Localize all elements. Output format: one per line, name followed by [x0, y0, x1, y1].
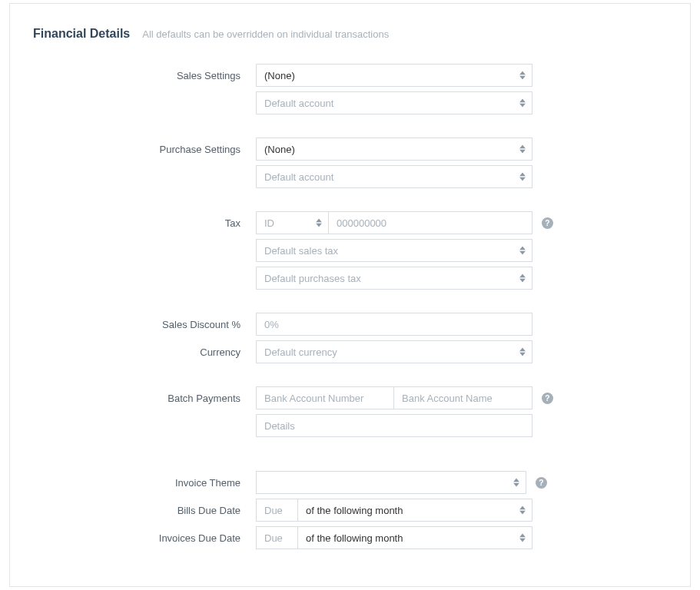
chevron-updown-icon: [519, 173, 526, 181]
label-purchase-settings: Purchase Settings: [25, 144, 256, 155]
purchase-tax-type-select[interactable]: (None): [256, 138, 532, 161]
chevron-updown-icon: [519, 274, 526, 283]
sales-tax-type-select[interactable]: (None): [256, 64, 532, 87]
svg-text:?: ?: [545, 219, 549, 227]
chevron-updown-icon: [519, 506, 526, 515]
default-sales-tax-select[interactable]: Default sales tax: [256, 239, 532, 262]
batch-details-input[interactable]: [256, 414, 532, 437]
sales-discount-input[interactable]: [256, 313, 532, 336]
chevron-updown-icon: [519, 71, 526, 80]
tax-id-type-value: ID: [264, 217, 274, 229]
sales-tax-type-value: (None): [264, 70, 295, 81]
label-currency: Currency: [25, 346, 256, 358]
purchase-default-account-select[interactable]: Default account: [256, 165, 532, 188]
label-invoices-due-date: Invoices Due Date: [25, 532, 256, 544]
label-batch-payments: Batch Payments: [25, 393, 256, 404]
sales-default-account-placeholder: Default account: [264, 98, 333, 109]
financial-form: Sales Settings (None) Default account: [25, 64, 675, 549]
svg-text:?: ?: [539, 479, 543, 487]
bills-due-day-input[interactable]: [256, 499, 298, 522]
section-title: Financial Details: [33, 27, 130, 41]
label-invoice-theme: Invoice Theme: [25, 477, 256, 489]
label-tax: Tax: [25, 217, 256, 229]
default-sales-tax-placeholder: Default sales tax: [264, 245, 338, 257]
currency-placeholder: Default currency: [264, 346, 337, 358]
chevron-updown-icon: [519, 247, 526, 255]
invoices-due-period-select[interactable]: of the following month: [298, 526, 532, 549]
chevron-updown-icon: [316, 219, 322, 227]
section-header: Financial Details All defaults can be ov…: [33, 27, 675, 41]
bills-due-period-select[interactable]: of the following month: [298, 499, 532, 522]
chevron-updown-icon: [519, 534, 526, 542]
label-sales-discount: Sales Discount %: [25, 319, 256, 330]
invoices-due-period-value: of the following month: [306, 532, 403, 544]
svg-text:?: ?: [545, 394, 549, 403]
chevron-updown-icon: [519, 348, 526, 356]
default-purchases-tax-placeholder: Default purchases tax: [264, 273, 361, 284]
invoice-theme-select[interactable]: [256, 471, 526, 494]
bank-account-name-input[interactable]: [394, 386, 532, 409]
financial-details-panel: Financial Details All defaults can be ov…: [9, 3, 691, 587]
default-purchases-tax-select[interactable]: Default purchases tax: [256, 267, 532, 290]
tax-id-number-input[interactable]: [329, 211, 532, 234]
purchase-tax-type-value: (None): [264, 144, 295, 155]
purchase-default-account-placeholder: Default account: [264, 171, 333, 183]
section-subtitle: All defaults can be overridden on indivi…: [142, 28, 389, 40]
chevron-updown-icon: [519, 145, 526, 154]
sales-default-account-select[interactable]: Default account: [256, 91, 532, 114]
chevron-updown-icon: [519, 99, 526, 108]
help-icon[interactable]: ?: [540, 216, 554, 230]
bank-account-number-input[interactable]: [256, 386, 394, 409]
label-sales-settings: Sales Settings: [25, 70, 256, 81]
chevron-updown-icon: [513, 479, 519, 487]
invoices-due-day-input[interactable]: [256, 526, 298, 549]
help-icon[interactable]: ?: [534, 476, 548, 489]
bills-due-period-value: of the following month: [306, 505, 403, 516]
label-bills-due-date: Bills Due Date: [25, 505, 256, 516]
tax-id-type-select[interactable]: ID: [256, 211, 329, 234]
help-icon[interactable]: ?: [540, 391, 554, 405]
currency-select[interactable]: Default currency: [256, 340, 532, 363]
